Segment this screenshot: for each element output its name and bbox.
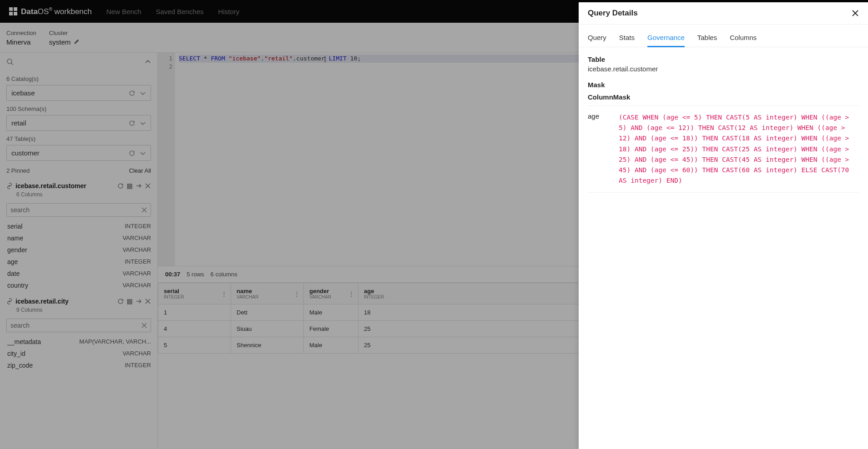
schema-select[interactable]: retail xyxy=(6,115,151,131)
refresh-icon[interactable] xyxy=(129,90,135,96)
pencil-icon[interactable] xyxy=(73,39,80,45)
query-details-panel: Query Details Query Stats Governance Tab… xyxy=(579,2,868,449)
tab-tables[interactable]: Tables xyxy=(697,34,717,47)
mask-expression: (CASE WHEN (age <= 5) THEN CAST(5 AS int… xyxy=(619,112,859,186)
close-icon[interactable] xyxy=(145,183,151,189)
schema-label: 100 Schema(s) xyxy=(6,105,151,112)
connection-group: Connection Minerva xyxy=(6,30,36,46)
chevron-down-icon[interactable] xyxy=(140,90,146,96)
svg-rect-15 xyxy=(127,303,132,304)
refresh-icon[interactable] xyxy=(117,183,124,189)
clear-icon[interactable] xyxy=(141,323,147,328)
svg-point-4 xyxy=(7,59,12,64)
insert-icon[interactable] xyxy=(126,298,133,304)
row-count: 5 rows xyxy=(187,271,204,278)
cluster-label: Cluster xyxy=(49,30,80,36)
svg-rect-6 xyxy=(127,184,132,185)
more-icon[interactable]: ⋮ xyxy=(294,290,300,297)
svg-line-5 xyxy=(11,63,13,65)
column-row[interactable]: serialINTEGER xyxy=(6,220,151,232)
catalog-select[interactable]: icebase xyxy=(6,85,151,101)
chevron-down-icon[interactable] xyxy=(140,120,146,126)
tab-stats[interactable]: Stats xyxy=(619,34,635,47)
table-field-label: Table xyxy=(588,55,859,63)
refresh-icon[interactable] xyxy=(129,120,135,126)
column-row[interactable]: city_idVARCHAR xyxy=(6,348,151,359)
nav-new-bench[interactable]: New Bench xyxy=(106,8,141,15)
col-header[interactable]: serialINTEGER⋮ xyxy=(158,283,231,304)
gutter: 12 xyxy=(158,53,175,266)
tab-governance[interactable]: Governance xyxy=(647,34,685,47)
nav-history[interactable]: History xyxy=(218,8,240,15)
column-row[interactable]: dateVARCHAR xyxy=(6,268,151,279)
pinned-item[interactable]: icebase.retail.city xyxy=(6,298,151,305)
chevron-down-icon[interactable] xyxy=(140,150,146,156)
column-row[interactable]: countryVARCHAR xyxy=(6,279,151,291)
search-input[interactable] xyxy=(10,206,141,214)
panel-tabs: Query Stats Governance Tables Columns xyxy=(579,25,868,47)
table-select[interactable]: customer xyxy=(6,145,151,161)
column-row[interactable]: genderVARCHAR xyxy=(6,244,151,256)
mask-table: age (CASE WHEN (age <= 5) THEN CAST(5 AS… xyxy=(588,105,859,193)
column-search[interactable] xyxy=(6,319,151,332)
refresh-icon[interactable] xyxy=(129,150,135,156)
column-row[interactable]: ageINTEGER xyxy=(6,256,151,268)
table-field-value: icebase.retail.customer xyxy=(588,65,859,73)
arrow-right-icon[interactable] xyxy=(136,183,142,189)
panel-title: Query Details xyxy=(588,9,638,18)
column-search[interactable] xyxy=(6,203,151,217)
column-row[interactable]: __metadataMAP(VARCHAR, VARCH... xyxy=(6,336,151,348)
chevron-up-icon[interactable] xyxy=(145,59,151,65)
search-icon[interactable] xyxy=(6,58,14,65)
svg-rect-14 xyxy=(127,301,132,302)
cluster-value[interactable]: system xyxy=(49,38,80,46)
refresh-icon[interactable] xyxy=(117,298,124,304)
clear-icon[interactable] xyxy=(141,207,147,213)
svg-rect-8 xyxy=(127,188,132,189)
close-icon[interactable] xyxy=(145,298,151,304)
tab-query[interactable]: Query xyxy=(588,34,606,47)
pinned-count: 2 Pinned xyxy=(6,167,30,174)
connection-label: Connection xyxy=(6,30,36,36)
columnmask-heading: ColumnMask xyxy=(588,93,859,101)
tab-columns[interactable]: Columns xyxy=(730,34,757,47)
table-label: 47 Table(s) xyxy=(6,135,151,142)
column-row[interactable]: nameVARCHAR xyxy=(6,232,151,244)
svg-rect-13 xyxy=(127,299,132,300)
query-time: 00:37 xyxy=(165,271,180,278)
clear-all-button[interactable]: Clear All xyxy=(129,167,151,174)
close-icon[interactable] xyxy=(852,10,859,17)
sidebar: 6 Catalog(s) icebase 100 Schema(s) retai… xyxy=(0,53,158,449)
nav-saved-benches[interactable]: Saved Benches xyxy=(156,8,203,15)
col-count: 6 columns xyxy=(211,271,237,278)
mask-column-name: age xyxy=(588,112,610,186)
col-header[interactable]: genderVARCHAR⋮ xyxy=(304,283,358,304)
link-icon xyxy=(6,183,13,189)
catalog-label: 6 Catalog(s) xyxy=(6,75,151,82)
column-row[interactable]: zip_codeINTEGER xyxy=(6,359,151,371)
svg-rect-1 xyxy=(14,7,17,11)
logo-icon xyxy=(9,7,17,15)
svg-rect-7 xyxy=(127,186,132,187)
svg-rect-0 xyxy=(9,7,13,11)
svg-rect-2 xyxy=(9,12,13,15)
logo-text: DataOS® workbench xyxy=(21,7,92,16)
search-input[interactable] xyxy=(10,322,141,329)
more-icon[interactable]: ⋮ xyxy=(348,290,354,297)
svg-rect-3 xyxy=(14,12,17,15)
cluster-group: Cluster system xyxy=(49,30,80,46)
more-icon[interactable]: ⋮ xyxy=(221,290,227,297)
insert-icon[interactable] xyxy=(126,183,133,189)
pinned-item[interactable]: icebase.retail.customer xyxy=(6,182,151,190)
link-icon xyxy=(6,298,13,304)
pinned-sub: 9 Columns xyxy=(16,307,151,313)
logo[interactable]: DataOS® workbench xyxy=(9,7,92,16)
mask-heading: Mask xyxy=(588,81,859,89)
arrow-right-icon[interactable] xyxy=(136,298,142,304)
pinned-sub: 6 Columns xyxy=(16,191,151,198)
col-header[interactable]: nameVARCHAR⋮ xyxy=(231,283,304,304)
connection-value[interactable]: Minerva xyxy=(6,38,36,46)
mask-row: age (CASE WHEN (age <= 5) THEN CAST(5 AS… xyxy=(588,106,859,192)
